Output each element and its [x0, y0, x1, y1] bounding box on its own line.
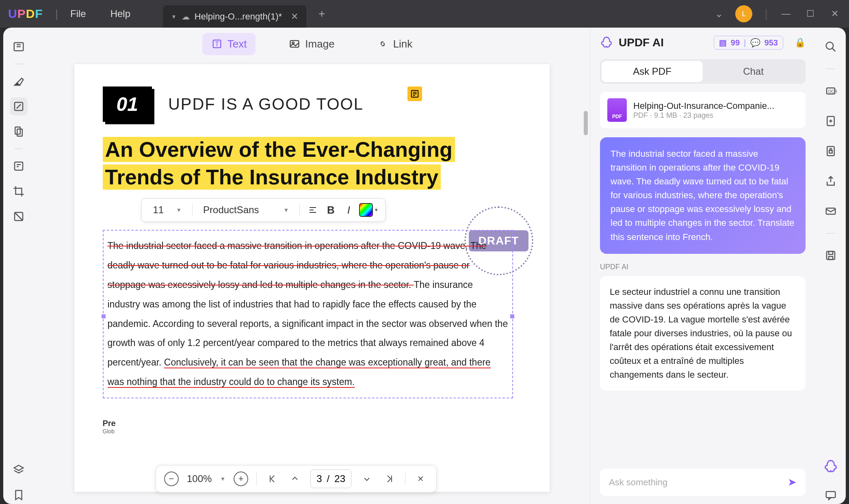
- next-page-icon[interactable]: [360, 472, 374, 486]
- tab-dropdown-icon[interactable]: ▼: [171, 13, 177, 20]
- svg-rect-33: [829, 257, 833, 260]
- svg-rect-34: [826, 491, 835, 498]
- updf-logo: UPDF: [8, 7, 43, 21]
- redact-tool-icon[interactable]: [10, 208, 28, 225]
- align-icon[interactable]: [305, 203, 320, 217]
- ai-credits-badge[interactable]: ▤99 | 💬953: [714, 36, 783, 50]
- ai-input-placeholder: Ask something: [609, 477, 788, 488]
- link-tool-label: Link: [393, 38, 413, 50]
- titlebar: UPDF | File Help ▼ ☁ Helping-O...rength(…: [0, 0, 849, 28]
- text-color-button[interactable]: ▼: [359, 203, 379, 217]
- close-bar-icon[interactable]: ✕: [414, 472, 428, 486]
- menu-help[interactable]: Help: [110, 8, 130, 19]
- minimize-icon[interactable]: —: [780, 9, 792, 19]
- svg-rect-31: [827, 251, 835, 260]
- highlighter-tool-icon[interactable]: [10, 72, 28, 90]
- last-page-icon[interactable]: [382, 472, 397, 486]
- ai-file-card[interactable]: PDF Helping-Out-Insurance-Companie... PD…: [600, 92, 806, 128]
- scrollbar-thumb[interactable]: [584, 111, 588, 135]
- compress-icon[interactable]: [822, 112, 840, 130]
- menu-file[interactable]: File: [70, 8, 86, 19]
- page-number-input[interactable]: 3 / 23: [310, 469, 351, 488]
- document-tab[interactable]: ▼ ☁ Helping-O...rength(1)* ✕: [163, 5, 306, 28]
- text-tool-button[interactable]: T Text: [202, 33, 256, 55]
- chevron-down-icon[interactable]: ⌄: [715, 8, 723, 19]
- first-page-icon[interactable]: [265, 472, 279, 486]
- send-icon[interactable]: ➤: [788, 476, 797, 489]
- divider: |: [765, 7, 768, 21]
- search-icon[interactable]: [822, 38, 840, 56]
- ai-response-label: UPDF AI: [600, 263, 806, 271]
- zoom-out-button[interactable]: −: [164, 472, 179, 486]
- bold-button[interactable]: B: [323, 203, 338, 217]
- protect-icon[interactable]: [822, 142, 840, 160]
- lock-icon[interactable]: 🔒: [795, 37, 806, 48]
- separator: [827, 69, 835, 69]
- maximize-icon[interactable]: ☐: [804, 9, 817, 19]
- prev-page-icon[interactable]: [288, 472, 302, 486]
- share-icon[interactable]: [822, 172, 840, 190]
- ocr-icon[interactable]: OCR: [822, 82, 840, 100]
- tab-close-icon[interactable]: ✕: [291, 11, 298, 22]
- color-swatch-icon: [359, 203, 373, 217]
- pages-tool-icon[interactable]: [10, 123, 28, 141]
- ai-assistant-icon[interactable]: [823, 459, 838, 474]
- chevron-down-icon: ▼: [220, 476, 225, 482]
- separator: [15, 64, 23, 64]
- chevron-down-icon: ▼: [283, 207, 289, 213]
- page-title: An Overview of the Ever-Changing Trends …: [103, 136, 521, 191]
- document-viewport[interactable]: 01 UPDF IS A GOOD TOOL An Overview of th…: [34, 60, 590, 504]
- editable-text-box[interactable]: The industrial sector faced a massive tr…: [103, 230, 513, 398]
- updf-ai-logo-icon: [600, 36, 613, 49]
- email-icon[interactable]: [822, 202, 840, 220]
- comment-icon[interactable]: [822, 486, 840, 504]
- form-tool-icon[interactable]: [10, 157, 28, 175]
- ai-user-message: The industrial sector faced a massive tr…: [600, 137, 806, 254]
- pdf-file-icon: PDF: [607, 98, 627, 122]
- body-paragraph[interactable]: The industrial sector faced a massive tr…: [108, 236, 508, 392]
- avatar[interactable]: L: [735, 5, 752, 22]
- svg-rect-32: [829, 251, 833, 255]
- link-tool-button[interactable]: Link: [368, 33, 422, 55]
- chevron-down-icon: ▼: [176, 207, 182, 213]
- resize-handle-right[interactable]: [510, 314, 514, 318]
- zoom-level-dropdown[interactable]: 100%▼: [187, 473, 225, 485]
- zoom-page-bar: − 100%▼ + 3 / 23 ✕: [156, 465, 437, 493]
- separator: [827, 233, 835, 234]
- svg-text:OCR: OCR: [828, 89, 836, 94]
- tab-chat[interactable]: Chat: [703, 61, 804, 82]
- save-icon[interactable]: [822, 247, 840, 264]
- image-tool-label: Image: [305, 38, 334, 50]
- edit-tool-icon[interactable]: [10, 97, 28, 115]
- tab-title: Helping-O...rength(1)*: [195, 11, 282, 22]
- text-tool-label: Text: [227, 38, 247, 50]
- page-footer-sub: Glob: [103, 428, 521, 435]
- crop-tool-icon[interactable]: [10, 182, 28, 200]
- ai-tabs: Ask PDF Chat: [600, 59, 806, 84]
- font-size-dropdown[interactable]: 11▼: [148, 202, 187, 218]
- layers-icon[interactable]: [10, 461, 28, 479]
- font-family-dropdown[interactable]: ProductSans▼: [198, 202, 294, 218]
- ai-file-name: Helping-Out-Insurance-Companie...: [633, 101, 798, 111]
- image-tool-button[interactable]: Image: [280, 33, 343, 55]
- scrollbar[interactable]: [584, 64, 588, 186]
- ai-panel: UPDF AI ▤99 | 💬953 🔒 Ask PDF Chat PDF He…: [590, 28, 815, 504]
- edit-toolbar: T Text Image Link: [34, 28, 590, 60]
- sticky-note-icon[interactable]: [407, 87, 422, 101]
- tab-ask-pdf[interactable]: Ask PDF: [602, 61, 703, 82]
- ai-input-box[interactable]: Ask something ➤: [600, 469, 806, 496]
- svg-line-24: [832, 48, 835, 52]
- close-icon[interactable]: ✕: [829, 9, 841, 19]
- main-container: T Text Image Link 01 UPDF IS A GOOD TOOL: [3, 28, 846, 504]
- chevron-down-icon: ▼: [374, 207, 379, 213]
- bookmark-icon[interactable]: [10, 486, 28, 504]
- ai-response-message: Le secteur industriel a connu une transi…: [600, 276, 806, 391]
- zoom-in-button[interactable]: +: [234, 472, 248, 486]
- svg-point-23: [826, 42, 833, 50]
- separator: [15, 149, 23, 149]
- add-tab-icon[interactable]: +: [318, 7, 325, 20]
- reader-tool-icon[interactable]: [10, 38, 28, 56]
- chat-credit-icon: 💬: [750, 38, 760, 48]
- resize-handle-left[interactable]: [102, 314, 106, 318]
- italic-button[interactable]: I: [341, 203, 356, 217]
